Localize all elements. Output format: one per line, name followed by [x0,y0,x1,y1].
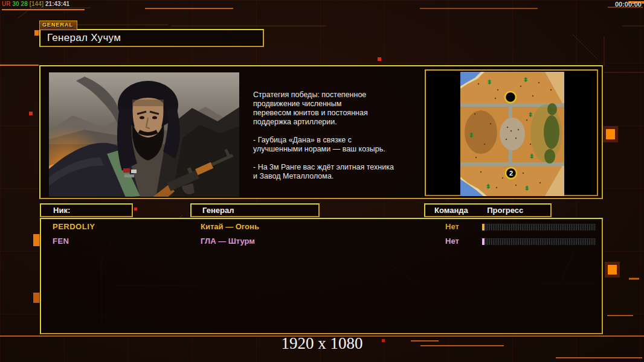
supply-marker: $ [486,183,489,189]
player-list-panel: PERDOLIY Китай — Огонь Нет FEN ГЛА — Шту… [40,218,603,334]
supply-marker: $ [524,77,527,83]
description-line: улучшенными норами — ваш козырь. [253,145,426,154]
column-header-general: Генерал [190,203,320,217]
general-header-label: Генерал [192,205,318,216]
game-lobby-screen: UR3028[144]21:43:41 00:00:00 GENERAL Ген… [0,0,644,362]
page-title: Генерал Хучум [40,30,263,46]
general-description: Стратегия победы: постепенное продвижени… [253,91,426,181]
player-nick: PERDOLIY [53,221,95,233]
description-line: поддержка артиллерии. [253,118,426,127]
fps-prefix: UR [2,1,10,7]
player-general: Китай — Огонь [201,221,259,233]
player-team: Нет [445,235,459,247]
column-header-nick: Ник: [40,203,133,217]
debug-status-readout: UR3028[144]21:43:41 [2,1,71,7]
player-nick: FEN [53,235,69,247]
description-line: Стратегия победы: постепенное [253,91,426,100]
player-row: PERDOLIY Китай — Огонь Нет [41,221,602,234]
description-line: и Завод Металлолома. [253,172,426,181]
nick-header-label: Ник: [41,205,132,216]
player-row: FEN ГЛА — Штурм Нет [41,235,602,249]
team-header-label: Команда [425,205,468,216]
player-team: Нет [445,221,459,233]
minimap-panel: $ $ $ $ $ $ $ 2 [425,69,598,196]
supply-marker: $ [469,132,472,138]
progress-fill [482,238,485,245]
description-line [253,154,426,163]
column-header-team-progress: Команда Прогресс [424,203,552,217]
start-position-1-marker [505,92,516,103]
svg-text:2: 2 [509,170,513,177]
minimap: $ $ $ $ $ $ $ 2 [460,72,564,196]
description-line: - Гаубица «Дана» в связке с [253,136,426,145]
player-general: ГЛА — Штурм [201,235,255,247]
progress-fill [482,224,485,230]
supply-marker: $ [529,112,532,118]
supply-marker: $ [488,79,491,85]
player-progress-bar [482,238,596,245]
frame-value: 28 [21,1,28,7]
start-position-2-marker: 2 [506,168,517,179]
fps-value: 30 [12,1,19,7]
description-line: перевесом юнитов и постоянная [253,109,426,118]
bracket-value: [144] [30,1,43,7]
description-line [253,127,426,136]
description-line: - На 3м Ранге вас ждёт элитная техника [253,163,426,172]
screen-title-box: Генерал Хучум [39,29,264,47]
general-info-panel: Стратегия победы: постепенное продвижени… [39,65,603,199]
resolution-label: 1920 x 1080 [0,334,644,353]
general-portrait-image [48,72,240,197]
progress-header-label: Прогресс [471,205,523,216]
description-line: продвижение численным [253,100,426,109]
clock-value: 21:43:41 [45,1,69,7]
supply-marker: $ [525,185,528,191]
supply-marker: $ [530,153,533,159]
match-timer: 00:00:00 [615,1,642,8]
tab-general[interactable]: GENERAL [39,21,77,30]
player-progress-bar [482,224,596,230]
